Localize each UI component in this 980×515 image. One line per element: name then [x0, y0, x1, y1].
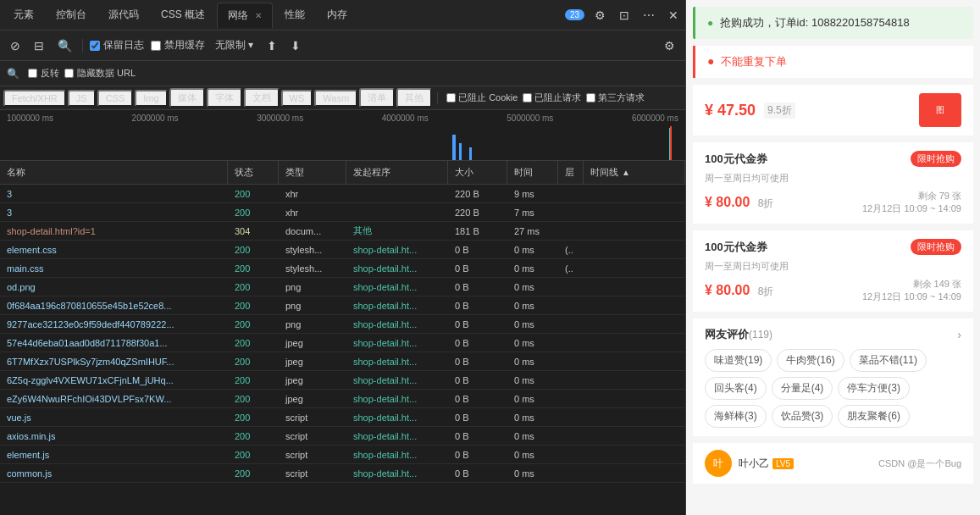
settings-icon[interactable]: ⚙ [591, 7, 609, 24]
coupon-remain-2: 剩余 149 张 [862, 278, 961, 291]
type-manifest[interactable]: 清单 [359, 88, 395, 108]
blocked-request-label[interactable]: 已阻止请求 [523, 91, 581, 104]
td-status: 304 [228, 226, 279, 236]
type-doc[interactable]: 文档 [244, 88, 280, 108]
throttle-select[interactable]: 无限制 ▾ [212, 36, 257, 54]
review-tags-grid: 味道赞(19)牛肉赞(16)菜品不错(11)回头客(4)分量足(4)停车方便(3… [705, 349, 961, 428]
td-initiator: shop-detail.ht... [346, 245, 448, 255]
th-type[interactable]: 类型 [279, 161, 346, 184]
tab-close-icon[interactable]: ✕ [255, 11, 262, 20]
type-img[interactable]: Img [135, 90, 167, 107]
tab-network[interactable]: 网络 ✕ [217, 3, 273, 28]
review-tag[interactable]: 牛肉赞(16) [777, 349, 844, 372]
blocked-cookie-checkbox[interactable] [446, 93, 456, 102]
table-row[interactable]: vue.js 200 script shop-detail.ht... 0 B … [0, 408, 685, 427]
third-party-checkbox[interactable] [586, 93, 595, 102]
type-css[interactable]: CSS [97, 90, 134, 107]
tab-memory[interactable]: 内存 [317, 3, 357, 28]
th-status[interactable]: 状态 [228, 161, 279, 184]
blocked-request-checkbox[interactable] [523, 93, 532, 102]
network-toolbar: ⊘ ⊟ 🔍 保留日志 禁用缓存 无限制 ▾ ⬆ ⬇ ⚙ [0, 30, 685, 61]
td-initiator: shop-detail.ht... [346, 357, 448, 367]
td-name: 3 [0, 189, 228, 199]
review-tag[interactable]: 菜品不错(11) [850, 349, 927, 372]
price-discount: 9.5折 [764, 102, 795, 119]
table-row[interactable]: 9277ace32123e0c9f59dedf440789222... 200 … [0, 315, 685, 334]
hide-data-url-label[interactable]: 隐藏数据 URL [64, 67, 136, 80]
table-row[interactable]: axios.min.js 200 script shop-detail.ht..… [0, 427, 685, 446]
th-timeline[interactable]: 时间线 ▲ [584, 161, 685, 184]
table-row[interactable]: element.css 200 stylesh... shop-detail.h… [0, 241, 685, 259]
close-devtools-icon[interactable]: ✕ [665, 7, 682, 24]
type-js[interactable]: JS [68, 90, 96, 107]
settings-network-icon[interactable]: ⚙ [661, 37, 678, 54]
preserve-log-label[interactable]: 保留日志 [90, 38, 144, 53]
tab-elements[interactable]: 元素 [3, 3, 44, 28]
coupon-price-1: ¥ 80.00 [705, 195, 750, 209]
reviews-arrow-icon[interactable]: › [957, 328, 961, 341]
table-row[interactable]: 6T7MfXzx7USPlkSy7jzm40qZSmIHUF... 200 jp… [0, 352, 685, 371]
tab-sources[interactable]: 源代码 [98, 3, 149, 28]
td-initiator: shop-detail.ht... [346, 301, 448, 311]
td-time: 27 ms [507, 226, 558, 236]
review-tag[interactable]: 饮品赞(3) [772, 405, 833, 428]
type-fetch-xhr[interactable]: Fetch/XHR [3, 90, 66, 107]
td-type: stylesh... [279, 263, 346, 274]
preserve-log-checkbox[interactable] [90, 41, 100, 51]
request-table-body[interactable]: 3 200 xhr 220 B 9 ms 3 200 xhr 220 B 7 m… [0, 185, 685, 515]
table-row[interactable]: eZy6W4NwuRFchIOi43DVLPFsx7KW... 200 jpeg… [0, 390, 685, 408]
timeline-labels: 1000000 ms 2000000 ms 3000000 ms 4000000… [0, 110, 685, 126]
review-tag[interactable]: 分量足(4) [772, 377, 833, 400]
export-btn[interactable]: ⬇ [287, 37, 304, 54]
review-tag[interactable]: 海鲜棒(3) [705, 405, 767, 428]
type-font[interactable]: 字体 [207, 88, 242, 108]
invert-checkbox[interactable] [28, 69, 37, 78]
dock-icon[interactable]: ⊡ [616, 7, 633, 24]
table-row[interactable]: common.js 200 script shop-detail.ht... 0… [0, 464, 685, 483]
table-row[interactable]: 3 200 xhr 220 B 9 ms [0, 185, 685, 203]
invert-label[interactable]: 反转 [28, 67, 59, 80]
table-row[interactable]: shop-detail.html?id=1 304 docum... 其他 18… [0, 222, 685, 241]
blocked-cookie-label[interactable]: 已阻止 Cookie [446, 91, 518, 104]
more-icon[interactable]: ⋯ [639, 7, 658, 24]
td-type: jpeg [279, 375, 346, 385]
record-stop-btn[interactable]: ⊘ [7, 37, 24, 54]
coupon-tag-1[interactable]: 限时抢购 [911, 151, 961, 167]
clear-btn[interactable]: ⊟ [30, 37, 47, 54]
review-tag[interactable]: 停车方便(3) [838, 377, 910, 400]
coupon-tag-2[interactable]: 限时抢购 [911, 239, 961, 255]
th-layer[interactable]: 层 [558, 161, 584, 184]
coupon-date-2: 12月12日 10:09 ~ 14:09 [862, 291, 961, 303]
type-media[interactable]: 媒体 [169, 88, 205, 108]
td-time: 7 ms [507, 208, 558, 218]
table-row[interactable]: od.png 200 png shop-detail.ht... 0 B 0 m… [0, 278, 685, 296]
hide-data-url-checkbox[interactable] [64, 69, 74, 78]
tab-css-overview[interactable]: CSS 概述 [151, 3, 215, 28]
review-tag[interactable]: 朋友聚餐(6) [838, 405, 910, 428]
td-size: 0 B [448, 282, 507, 292]
disable-cache-checkbox[interactable] [151, 41, 161, 51]
td-initiator: 其他 [346, 224, 448, 237]
review-tag[interactable]: 味道赞(19) [705, 349, 772, 372]
tab-performance[interactable]: 性能 [274, 3, 315, 28]
th-initiator[interactable]: 发起程序 [346, 161, 448, 184]
td-time: 0 ms [507, 468, 558, 479]
type-other[interactable]: 其他 [396, 88, 432, 108]
review-tag[interactable]: 回头客(4) [705, 377, 767, 400]
table-row[interactable]: 0f684aa196c870810655e45b1e52ce8... 200 p… [0, 296, 685, 315]
table-row[interactable]: main.css 200 stylesh... shop-detail.ht..… [0, 259, 685, 278]
th-size[interactable]: 大小 [448, 161, 507, 184]
import-btn[interactable]: ⬆ [263, 37, 280, 54]
table-row[interactable]: 6Z5q-zgglv4VXEWU71xCFjnLM_jUHq... 200 jp… [0, 371, 685, 390]
tab-console[interactable]: 控制台 [46, 3, 97, 28]
disable-cache-label[interactable]: 禁用缓存 [151, 38, 205, 53]
table-row[interactable]: element.js 200 script shop-detail.ht... … [0, 446, 685, 464]
type-ws[interactable]: WS [281, 90, 313, 107]
type-wasm[interactable]: Wasm [314, 90, 357, 107]
table-row[interactable]: 57e44d6eba01aad0d8d711788f30a1... 200 jp… [0, 334, 685, 352]
th-name[interactable]: 名称 [0, 161, 228, 184]
search-btn[interactable]: 🔍 [54, 37, 75, 54]
third-party-label[interactable]: 第三方请求 [586, 91, 645, 104]
table-row[interactable]: 3 200 xhr 220 B 7 ms [0, 203, 685, 222]
th-time[interactable]: 时间 [507, 161, 558, 184]
